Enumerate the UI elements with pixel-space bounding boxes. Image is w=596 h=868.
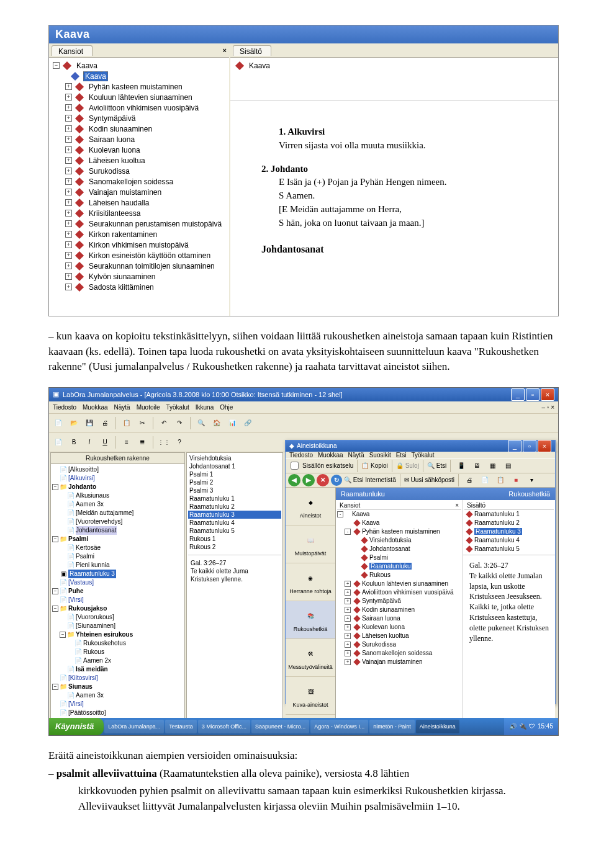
content-list[interactable]: Sisältö Raamatunluku 1Raamatunluku 2Raam…	[463, 500, 555, 555]
menu-item[interactable]: Tiedosto	[289, 452, 313, 459]
tree-item[interactable]: +Kouluun lähtevien siunaaminen	[337, 579, 461, 588]
maximize-icon[interactable]: ▫	[523, 440, 536, 452]
sidebar-item[interactable]: 📚Rukoushetkiä	[286, 601, 335, 639]
content-item[interactable]: Kaava	[248, 61, 271, 70]
toolbar-icon[interactable]: ↶	[157, 416, 171, 430]
minimize-icon[interactable]: _	[511, 388, 525, 401]
toolbar-icon[interactable]: 🔗	[241, 416, 255, 430]
toolbar-icon[interactable]: 📄	[52, 436, 65, 449]
tree-item[interactable]: Raamatunluku	[337, 562, 461, 571]
close-icon[interactable]: ×	[223, 47, 227, 54]
tree-item[interactable]: Rukous	[337, 571, 461, 579]
list-item[interactable]: Psalmi 2	[188, 478, 281, 486]
refresh-icon[interactable]: ↻	[331, 475, 342, 486]
toolbar-icon[interactable]: ≡	[120, 436, 133, 449]
list-item[interactable]: Rukous 2	[188, 543, 281, 551]
copy-button[interactable]: 📋 Kopioi	[361, 462, 388, 469]
toolbar-icon[interactable]: ▤	[501, 459, 515, 473]
toolbar-icon[interactable]: U	[98, 436, 112, 449]
toolbar-icon[interactable]: I	[83, 436, 96, 449]
close-icon[interactable]: ×	[455, 502, 459, 509]
taskbar-item[interactable]: LabOra Jumalanpa...	[104, 720, 164, 733]
list-item[interactable]: Psalmi 3	[188, 486, 281, 494]
menu-item[interactable]: Näytä	[348, 452, 364, 459]
category-sidebar[interactable]: ◆Aineistot📖Muistopäivät◉Herranne rohtoja…	[286, 488, 336, 736]
menu-item[interactable]: Muotoile	[137, 404, 160, 411]
menu-item[interactable]: Ikkuna	[196, 404, 214, 411]
tree-item[interactable]: +Avioliittoon vihkimisen vuosipäivä	[337, 588, 461, 597]
menu-item[interactable]: Ohje	[220, 404, 233, 411]
taskbar-item[interactable]: Testausta	[165, 720, 197, 733]
toolbar-icon[interactable]: 📄	[52, 416, 65, 430]
list-item[interactable]: Raamatunluku 1	[188, 494, 281, 503]
list-item[interactable]: Raamatunluku 4	[188, 519, 281, 527]
toolbar-icon[interactable]: 🏠	[210, 416, 224, 430]
taskbar-item[interactable]: Aineistoikkuna	[416, 720, 459, 733]
tree-item[interactable]: Johdantosanat	[337, 545, 461, 553]
back-icon[interactable]: ◀	[288, 474, 300, 486]
close-icon[interactable]: ×	[538, 440, 551, 452]
start-button[interactable]: Käynnistä	[49, 718, 104, 735]
list-item[interactable]: Virsiehdotuksia	[188, 454, 281, 462]
list-item[interactable]: Raamatunluku 5	[464, 545, 554, 553]
sidebar-item[interactable]: ◉Herranne rohtoja	[286, 563, 335, 601]
toolbar-icon[interactable]: ✂	[135, 416, 149, 430]
toolbar-icon[interactable]: ?	[173, 436, 186, 449]
toolbar-icon[interactable]: ▦	[485, 459, 499, 473]
list-item[interactable]: Johdantosanat 1	[188, 462, 281, 470]
tree-item[interactable]: -Pyhän kasteen muistaminen	[337, 527, 461, 536]
tree-item[interactable]: +Vainajan muistaminen	[337, 658, 461, 666]
menu-item[interactable]: Tiedosto	[53, 404, 76, 411]
list-item[interactable]: Psalmi 1	[188, 470, 281, 478]
sidebar-item[interactable]: 🛠Messutyövälineitä	[286, 639, 335, 677]
toolbar-icon[interactable]: ≣	[135, 436, 149, 449]
preview-checkbox[interactable]	[291, 462, 299, 470]
list-item[interactable]: Raamatunluku 5	[188, 527, 281, 535]
list-item[interactable]: Raamatunluku 2	[188, 503, 281, 511]
toolbar-icon[interactable]: 📂	[67, 416, 81, 430]
toolbar-icon[interactable]: ↷	[173, 416, 186, 430]
menu-item[interactable]: Muokkaa	[83, 404, 108, 411]
taskbar-item[interactable]: Agora - Windows I...	[310, 720, 368, 733]
toolbar-icon[interactable]: 📱	[454, 459, 468, 473]
tab-sisalto[interactable]: Sisältö	[233, 45, 271, 56]
menu-item[interactable]: Etsi	[396, 452, 407, 459]
list-item[interactable]: Raamatunluku 3	[464, 527, 554, 536]
tree-item[interactable]: Virsiehdotuksia	[337, 536, 461, 545]
sidebar-item[interactable]: ◆Aineistot	[286, 488, 335, 526]
menu-item[interactable]: Näytä	[114, 404, 130, 411]
list-item[interactable]: Raamatunluku 3	[188, 511, 281, 519]
tree-item[interactable]: +Kuolevan luona	[337, 623, 461, 632]
folder-tree[interactable]: Kansiot × -KaavaKaava-Pyhän kasteen muis…	[336, 500, 463, 736]
list-item[interactable]: Raamatunluku 1	[464, 510, 554, 519]
toolbar-icon[interactable]: ⋮⋮	[157, 436, 171, 449]
menu-item[interactable]: Suosikit	[369, 452, 391, 459]
toolbar-icon[interactable]: 📊	[225, 416, 239, 430]
taskbar-item[interactable]: 3 Microsoft Offic...	[198, 720, 250, 733]
list-item[interactable]: Raamatunluku 4	[464, 536, 554, 545]
tree-item[interactable]: +Surukodissa	[337, 640, 461, 649]
tree-item[interactable]: +Läheisen kuoltua	[337, 632, 461, 640]
toolbar-icon[interactable]: 📋	[120, 416, 133, 430]
tree-item[interactable]: +Sanomakellojen soidessa	[337, 649, 461, 658]
list-item[interactable]: Raamatunluku 2	[464, 519, 554, 527]
sidebar-item[interactable]: 📖Muistopäivät	[286, 526, 335, 563]
close-icon[interactable]: ×	[541, 388, 554, 401]
tree-item[interactable]: +Sairaan luona	[337, 614, 461, 623]
sidebar-item[interactable]: 🖼Kuva-aineistot	[286, 677, 335, 715]
toolbar-icon[interactable]: 💾	[83, 416, 96, 430]
forward-icon[interactable]: ▶	[302, 474, 315, 486]
minimize-icon[interactable]: _	[508, 440, 522, 452]
tree-item[interactable]: +Syntymäpäivä	[337, 597, 461, 606]
list-item[interactable]: Rukous 1	[188, 535, 281, 543]
structure-tree[interactable]: 📄[Alkusoitto]📄[Alkuvirsi]−📁Johdanto📄Alku…	[51, 464, 184, 725]
toolbar-icon[interactable]: 🔍	[194, 416, 208, 430]
suggestion-list[interactable]: VirsiehdotuksiaJohdantosanat 1Psalmi 1Ps…	[188, 454, 281, 551]
tree-item[interactable]: Psalmi	[337, 553, 461, 562]
find-button[interactable]: 🔍 Etsi	[427, 462, 446, 469]
search-input[interactable]: 🔍 Etsi Internetistä	[344, 477, 396, 483]
mail-button[interactable]: ✉ Uusi sähköposti	[404, 477, 454, 483]
menu-item[interactable]: Työkalut	[411, 452, 434, 459]
toolbar-icon[interactable]: 🖥	[470, 459, 484, 473]
mdi-controls[interactable]: – ▫ ×	[541, 404, 554, 411]
